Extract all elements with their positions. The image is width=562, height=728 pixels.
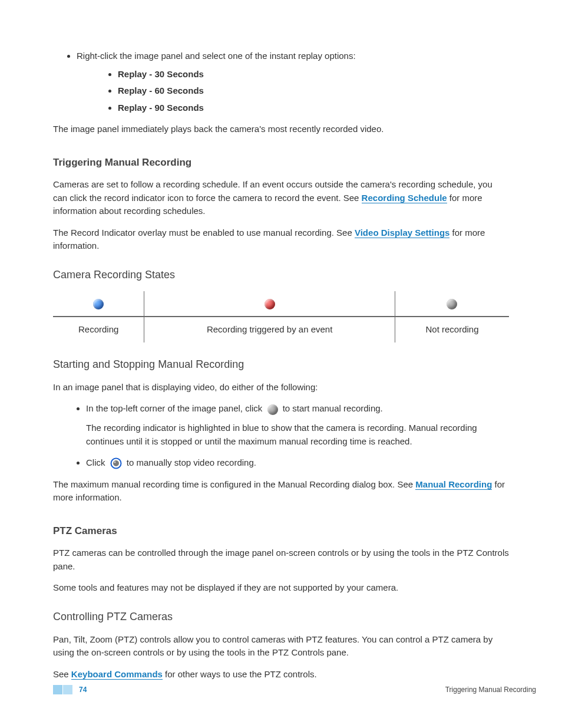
document-page: Right-click the image panel and select o… [0, 0, 562, 681]
paragraph: See Keyboard Commands for other ways to … [53, 668, 509, 681]
list-item: Right-click the image panel and select o… [77, 50, 509, 114]
heading-triggering-manual-recording: Triggering Manual Recording [53, 155, 509, 170]
replay-option: Replay - 30 Seconds [118, 68, 509, 81]
heading-controlling-ptz: Controlling PTZ Cameras [53, 609, 509, 625]
list-item-text: Right-click the image panel and select o… [77, 51, 356, 61]
footer-section-title: Triggering Manual Recording [445, 684, 536, 695]
replay-option: Replay - 60 Seconds [118, 84, 509, 98]
table-cell: Not recording [395, 317, 509, 342]
recording-indicator-red-icon [265, 299, 275, 309]
paragraph: The image panel immediately plays back t… [53, 123, 509, 136]
paragraph: In an image panel that is displaying vid… [53, 381, 509, 394]
link-recording-schedule[interactable]: Recording Schedule [362, 193, 447, 203]
paragraph: The recording indicator is highlighted i… [86, 421, 509, 448]
table-cell: Recording [53, 317, 144, 342]
link-video-display-settings[interactable]: Video Display Settings [355, 228, 449, 238]
manual-recording-steps: In the top-left corner of the image pane… [53, 402, 509, 470]
paragraph: PTZ cameras can be controlled through th… [53, 546, 509, 573]
recording-indicator-blue-icon [93, 299, 104, 309]
heading-camera-recording-states: Camera Recording States [53, 267, 509, 283]
recording-states-table: Recording Recording triggered by an even… [53, 291, 509, 342]
paragraph: Pan, Tilt, Zoom (PTZ) controls allow you… [53, 633, 509, 660]
svg-point-2 [114, 462, 115, 463]
page-footer: 74 Triggering Manual Recording [53, 684, 536, 695]
paragraph: The maximum manual recording time is con… [53, 478, 509, 505]
paragraph: Cameras are set to follow a recording sc… [53, 178, 509, 218]
instant-replay-list: Right-click the image panel and select o… [53, 50, 509, 114]
heading-ptz-cameras: PTZ Cameras [53, 523, 509, 539]
paragraph: Some tools and features may not be displ… [53, 581, 509, 595]
heading-starting-stopping: Starting and Stopping Manual Recording [53, 357, 509, 373]
page-number: 74 [79, 684, 87, 695]
replay-option: Replay - 90 Seconds [118, 101, 509, 115]
recording-indicator-gray-icon [447, 299, 457, 309]
table-cell: Recording triggered by an event [144, 317, 395, 342]
record-start-icon [267, 403, 278, 416]
paragraph: The Record Indicator overlay must be ena… [53, 226, 509, 253]
footer-left: 74 [53, 684, 87, 695]
svg-point-1 [113, 460, 119, 466]
link-manual-recording[interactable]: Manual Recording [415, 479, 492, 490]
footer-logo-icon [53, 685, 73, 694]
replay-options-list: Replay - 30 Seconds Replay - 60 Seconds … [77, 68, 509, 115]
list-item: Click to manually stop video recording. [86, 456, 509, 470]
record-stop-icon [110, 457, 122, 469]
list-item: In the top-left corner of the image pane… [86, 402, 509, 448]
link-keyboard-commands[interactable]: Keyboard Commands [71, 669, 163, 680]
